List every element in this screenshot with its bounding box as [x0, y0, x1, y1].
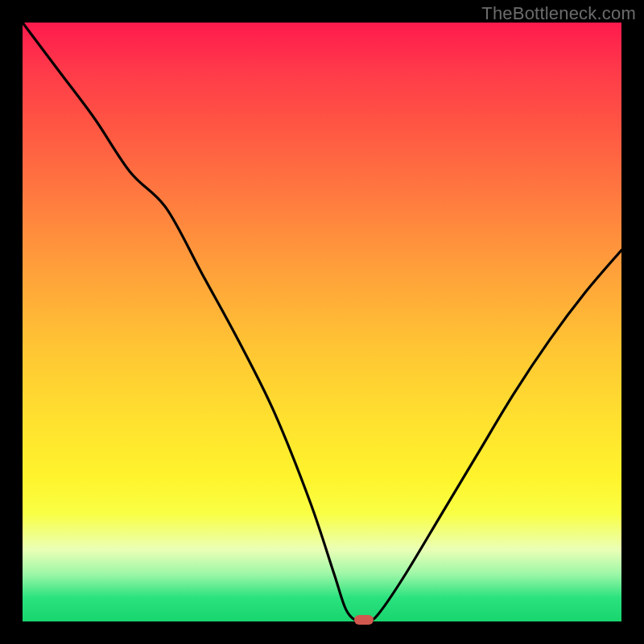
chart-frame: TheBottleneck.com	[0, 0, 644, 644]
plot-area	[23, 23, 621, 621]
optimal-point-marker	[354, 615, 374, 625]
bottleneck-curve	[23, 23, 621, 621]
watermark-text: TheBottleneck.com	[481, 3, 636, 24]
